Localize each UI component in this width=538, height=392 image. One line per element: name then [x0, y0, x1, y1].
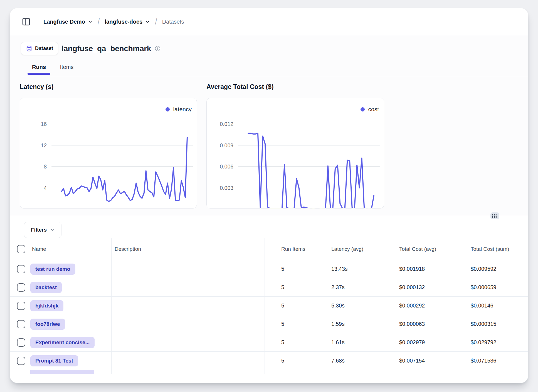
breadcrumb-separator: / — [98, 17, 100, 27]
breadcrumb-org-dropdown[interactable]: Langfuse Demo — [43, 19, 93, 25]
tab-runs[interactable]: Runs — [28, 64, 50, 76]
filters-button[interactable]: Filters — [24, 222, 61, 238]
panel-left-icon — [22, 17, 31, 26]
cell-run-items: 5 — [281, 321, 284, 327]
info-icon[interactable] — [154, 45, 161, 52]
chevron-down-icon — [145, 19, 150, 24]
cost-line-chart: 0.0120.0090.0060.003 — [207, 98, 384, 208]
run-name-badge[interactable]: backtest — [30, 282, 62, 293]
column-header-run-items: Run Items — [265, 246, 331, 252]
run-name-badge[interactable]: test run demo — [30, 264, 75, 275]
cost-chart-title: Average Total Cost ($) — [206, 83, 384, 91]
svg-text:0.012: 0.012 — [220, 121, 233, 127]
tab-items[interactable]: Items — [55, 64, 78, 76]
legend-dot-icon — [361, 107, 365, 111]
cell-total-cost-sum: $0.029792 — [471, 339, 496, 345]
page-header: Dataset langfuse_qa_benchmark Runs Items — [10, 35, 528, 76]
cell-latency-avg: 7.68s — [331, 358, 345, 364]
column-header-description: Description — [112, 238, 265, 260]
main-window: Langfuse Demo / langfuse-docs / Datasets… — [10, 8, 528, 383]
latency-line-chart: 161284 — [20, 98, 197, 208]
svg-text:16: 16 — [41, 121, 47, 127]
cell-run-items: 5 — [281, 339, 284, 345]
cell-run-items: 5 — [281, 266, 284, 272]
run-name-badge[interactable]: Prompt 81 Test — [30, 355, 78, 366]
row-checkbox[interactable] — [17, 338, 25, 347]
legend-label: cost — [368, 106, 379, 113]
breadcrumb: Langfuse Demo / langfuse-docs / Datasets — [10, 8, 528, 35]
svg-text:0.003: 0.003 — [220, 185, 233, 191]
cell-total-cost-sum: $0.071536 — [471, 358, 496, 364]
table-row[interactable]: foo78riwe51.59s$0.000063$0.000315 — [10, 315, 528, 333]
panel-resize-handle[interactable] — [490, 212, 499, 219]
latency-chart-title: Latency (s) — [20, 83, 197, 91]
latency-chart-block: Latency (s) 161284 latency — [20, 83, 197, 209]
cell-latency-avg: 1.59s — [331, 321, 345, 327]
table-row[interactable] — [10, 370, 528, 374]
cell-total-cost-avg: $0.001918 — [399, 266, 425, 272]
sidebar-toggle-button[interactable] — [22, 17, 31, 26]
chevron-down-icon — [50, 228, 55, 232]
cell-latency-avg: 1.61s — [331, 339, 345, 345]
table-row[interactable]: Prompt 81 Test57.68s$0.007154$0.071536 — [10, 352, 528, 370]
charts-panel: Latency (s) 161284 latency Average Total… — [10, 76, 528, 216]
cell-latency-avg: 13.43s — [331, 266, 348, 272]
svg-text:4: 4 — [44, 185, 47, 191]
breadcrumb-project-label: langfuse-docs — [105, 19, 143, 25]
cell-total-cost-avg: $0.000063 — [399, 321, 425, 327]
breadcrumb-project-dropdown[interactable]: langfuse-docs — [105, 19, 150, 25]
cell-latency-avg: 2.37s — [331, 284, 345, 290]
table-row[interactable]: test run demo513.43s$0.001918$0.009592 — [10, 260, 528, 278]
cost-chart-legend: cost — [361, 106, 379, 113]
tabs: Runs Items — [21, 64, 528, 76]
latency-chart-legend: latency — [166, 106, 192, 113]
cell-total-cost-sum: $0.00146 — [471, 302, 493, 309]
breadcrumb-separator: / — [155, 17, 157, 27]
row-checkbox[interactable] — [17, 265, 25, 273]
table-row[interactable]: hjkfdshjk55.30s$0.000292$0.00146 — [10, 297, 528, 315]
cell-total-cost-avg: $0.000292 — [399, 302, 425, 309]
cell-run-items: 5 — [281, 284, 284, 290]
breadcrumb-org-label: Langfuse Demo — [43, 19, 85, 25]
cost-chart-block: Average Total Cost ($) 0.0120.0090.0060.… — [206, 83, 384, 209]
run-name-badge[interactable]: Experiment concise... — [30, 337, 95, 348]
column-header-total-cost-sum: Total Cost (sum) — [470, 246, 528, 252]
runs-table: Name Description Run Items Latency (avg)… — [10, 238, 528, 374]
filters-button-label: Filters — [31, 227, 47, 233]
cell-total-cost-avg: $0.000132 — [399, 284, 425, 290]
table-row[interactable]: Experiment concise...51.61s$0.002979$0.0… — [10, 333, 528, 352]
cell-total-cost-sum: $0.009592 — [471, 266, 496, 272]
table-row[interactable]: backtest52.37s$0.000132$0.000659 — [10, 278, 528, 297]
cell-total-cost-avg: $0.002979 — [399, 339, 425, 345]
breadcrumb-section-label: Datasets — [162, 19, 184, 25]
page-title: langfuse_qa_benchmark — [61, 44, 151, 53]
cell-total-cost-sum: $0.000315 — [471, 321, 496, 327]
chevron-down-icon — [88, 19, 93, 24]
row-checkbox[interactable] — [17, 302, 25, 310]
database-icon — [26, 45, 32, 52]
table-body: test run demo513.43s$0.001918$0.009592ba… — [10, 260, 528, 374]
svg-text:0.009: 0.009 — [220, 142, 233, 148]
column-header-total-cost-avg: Total Cost (avg) — [399, 246, 470, 252]
svg-text:12: 12 — [41, 142, 47, 148]
row-checkbox[interactable] — [17, 357, 25, 365]
cost-chart-card: 0.0120.0090.0060.003 cost — [206, 98, 384, 209]
latency-chart-card: 161284 latency — [20, 98, 197, 209]
cell-run-items: 5 — [281, 358, 284, 364]
cell-run-items: 5 — [281, 302, 284, 309]
column-header-latency-avg: Latency (avg) — [331, 246, 399, 252]
cell-total-cost-avg: $0.007154 — [399, 358, 425, 364]
dataset-type-label: Dataset — [35, 46, 53, 51]
run-name-badge[interactable] — [30, 370, 94, 374]
row-checkbox[interactable] — [17, 320, 25, 328]
svg-text:8: 8 — [44, 163, 47, 170]
dataset-type-badge: Dataset — [21, 42, 58, 55]
table-toolbar: Filters — [10, 216, 528, 238]
cell-latency-avg: 5.30s — [331, 302, 345, 309]
cell-total-cost-sum: $0.000659 — [471, 284, 496, 290]
row-checkbox[interactable] — [17, 283, 25, 292]
select-all-checkbox[interactable] — [17, 245, 25, 253]
svg-text:0.006: 0.006 — [220, 163, 233, 170]
run-name-badge[interactable]: foo78riwe — [30, 319, 65, 330]
run-name-badge[interactable]: hjkfdshjk — [30, 300, 63, 311]
